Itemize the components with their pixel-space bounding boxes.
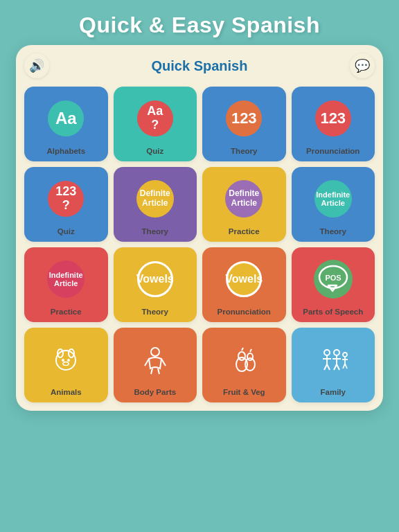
- card-label-pronunciation-123: Pronunciation: [304, 147, 362, 157]
- card-label-vowels-pronunciation: Pronunciation: [215, 308, 273, 317]
- card-label-quiz-aa: Quiz: [144, 147, 166, 157]
- card-label-family: Family: [319, 388, 348, 398]
- card-label-indefinite-theory: Theory: [318, 227, 348, 237]
- svg-line-16: [242, 348, 243, 351]
- card-quiz-aa[interactable]: Aa? Quiz: [114, 87, 197, 161]
- page-title: Quick & Easy Spanish: [79, 12, 320, 38]
- card-definite-theory[interactable]: DefiniteArticle Theory: [114, 167, 197, 242]
- svg-point-3: [56, 351, 76, 370]
- svg-point-25: [334, 350, 339, 355]
- card-label-definite-practice: Practice: [227, 227, 262, 237]
- family-icon: [317, 344, 349, 375]
- app-header-title: Quick Spanish: [152, 58, 248, 74]
- svg-line-11: [161, 359, 166, 366]
- pos-icon: POS: [316, 262, 351, 296]
- card-pos[interactable]: POS Parts of Speech: [292, 247, 375, 322]
- svg-line-10: [145, 359, 149, 366]
- card-indefinite-practice[interactable]: IndefiniteArticle Practice: [24, 247, 108, 322]
- svg-point-15: [238, 352, 245, 360]
- svg-line-13: [158, 369, 159, 374]
- card-theory-123[interactable]: 123 Theory: [202, 87, 286, 161]
- app-container: 🔊 Quick Spanish 💬 Aa Alphabets Aa? Quiz …: [16, 45, 383, 411]
- svg-line-19: [250, 349, 251, 352]
- svg-point-18: [247, 353, 253, 360]
- card-animals[interactable]: Animals: [24, 328, 108, 402]
- svg-point-8: [63, 362, 69, 366]
- card-vowels-pronunciation[interactable]: Vowels Pronunciation: [202, 247, 286, 322]
- sound-button[interactable]: 🔊: [24, 53, 49, 78]
- card-label-definite-theory: Theory: [140, 227, 170, 237]
- body-parts-icon: [139, 344, 171, 375]
- card-alphabets[interactable]: Aa Alphabets: [24, 87, 108, 161]
- sound-icon: 🔊: [29, 58, 44, 73]
- card-vowels-theory[interactable]: Vowels Theory: [114, 247, 197, 322]
- svg-line-12: [151, 369, 152, 374]
- fruit-veg-icon: [228, 344, 260, 375]
- card-label-quiz-123: Quiz: [55, 227, 77, 237]
- card-quiz-123[interactable]: 123? Quiz: [24, 167, 108, 242]
- cards-grid: Aa Alphabets Aa? Quiz 123 Theory 123 Pro…: [24, 87, 375, 402]
- svg-line-24: [327, 364, 330, 370]
- svg-point-9: [151, 348, 159, 356]
- card-label-animals: Animals: [48, 388, 84, 398]
- card-label-body-parts: Body Parts: [132, 388, 178, 398]
- card-label-alphabets: Alphabets: [44, 147, 87, 157]
- svg-point-7: [67, 359, 70, 362]
- svg-point-20: [324, 350, 330, 355]
- chat-button[interactable]: 💬: [350, 53, 375, 78]
- svg-point-30: [343, 353, 347, 357]
- card-family[interactable]: Family: [292, 328, 375, 402]
- card-label-pos: Parts of Speech: [301, 308, 365, 317]
- svg-text:POS: POS: [325, 274, 341, 282]
- svg-line-29: [337, 364, 339, 370]
- card-label-vowels-theory: Theory: [140, 308, 170, 317]
- card-label-theory-123: Theory: [229, 147, 259, 157]
- animals-icon: [50, 344, 82, 375]
- chat-icon: 💬: [355, 58, 370, 73]
- card-definite-practice[interactable]: DefiniteArticle Practice: [202, 167, 286, 242]
- card-label-indefinite-practice: Practice: [48, 308, 84, 317]
- card-fruit-veg[interactable]: Fruit & Veg: [202, 328, 286, 402]
- svg-line-34: [345, 364, 347, 369]
- svg-line-23: [324, 364, 327, 370]
- app-header: 🔊 Quick Spanish 💬: [24, 53, 375, 78]
- card-label-fruit-veg: Fruit & Veg: [221, 388, 267, 398]
- svg-point-6: [62, 359, 64, 362]
- card-indefinite-theory[interactable]: IndefiniteArticle Theory: [292, 167, 375, 242]
- svg-line-28: [334, 364, 337, 370]
- card-body-parts[interactable]: Body Parts: [114, 328, 197, 402]
- card-pronunciation-123[interactable]: 123 Pronunciation: [292, 87, 375, 161]
